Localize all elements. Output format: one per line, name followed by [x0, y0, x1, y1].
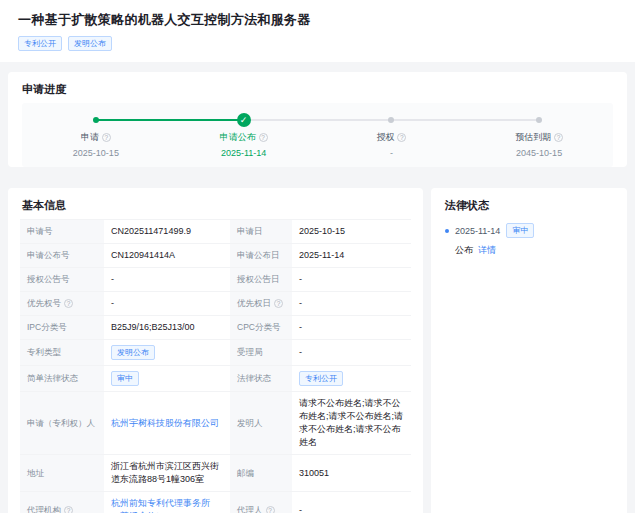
table-row: 代理机构?杭州前知专利代理事务所（普通合伙）代理人?- [20, 492, 411, 513]
help-icon[interactable]: ? [64, 299, 73, 308]
progress-timeline: 申请?2025-10-15✓申请公布?2025-11-14授权?-预估到期?20… [22, 113, 613, 158]
field-value: - [292, 340, 411, 366]
field-value: - [292, 268, 411, 292]
help-icon[interactable]: ? [274, 299, 283, 308]
progress-step-label-text: 申请 [81, 131, 99, 144]
basic-info-table: 申请号CN202511471499.9申请日2025-10-15申请公布号CN1… [20, 219, 411, 513]
legal-status-event: 公布 [455, 244, 473, 257]
field-label: 邮编 [230, 455, 292, 492]
help-icon[interactable]: ? [259, 133, 268, 142]
field-value: - [292, 316, 411, 340]
field-label-text: 申请日 [237, 225, 263, 238]
field-label-text: 法律状态 [237, 372, 271, 385]
field-label: 授权公告号 [20, 268, 104, 292]
step-dot-icon [388, 117, 394, 123]
field-value: CN120941414A [104, 244, 230, 268]
field-label-text: 简单法律状态 [27, 372, 78, 385]
progress-timeline-panel: 申请?2025-10-15✓申请公布?2025-11-14授权?-预估到期?20… [22, 103, 613, 167]
progress-step-label: 授权? [376, 131, 406, 144]
legal-status-date: 2025-11-14 [455, 226, 500, 236]
table-row: 地址浙江省杭州市滨江区西兴街道东流路88号1幢306室邮编310051 [20, 455, 411, 492]
field-value: - [292, 492, 411, 513]
progress-card: 申请进度 申请?2025-10-15✓申请公布?2025-11-14授权?-预估… [8, 72, 627, 167]
field-label: 地址 [20, 455, 104, 492]
field-label-text: 代理人 [237, 504, 263, 513]
progress-step-label-text: 预估到期 [515, 131, 551, 144]
field-value: 2025-10-15 [292, 220, 411, 244]
progress-step: ✓申请公布?2025-11-14 [170, 113, 318, 158]
field-label: 法律状态 [230, 366, 292, 392]
section-gap [0, 178, 635, 188]
field-label-text: 代理机构 [27, 504, 61, 513]
field-label: 优先权日? [230, 292, 292, 316]
field-value: 杭州宇树科技股份有限公司 [104, 392, 230, 455]
field-label: IPC分类号 [20, 316, 104, 340]
field-label: 简单法律状态 [20, 366, 104, 392]
field-label-text: 邮编 [237, 467, 254, 480]
table-row: 申请（专利权）人杭州宇树科技股份有限公司发明人请求不公布姓名;请求不公布姓名;请… [20, 392, 411, 455]
field-label-text: 优先权号 [27, 297, 61, 310]
field-label-text: IPC分类号 [27, 321, 67, 334]
patent-type-tag: 发明公布 [111, 345, 155, 360]
help-icon[interactable]: ? [397, 133, 406, 142]
table-row: 申请号CN202511471499.9申请日2025-10-15 [20, 220, 411, 244]
field-label-text: 专利类型 [27, 346, 61, 359]
field-label: 申请（专利权）人 [20, 392, 104, 455]
field-value: CN202511471499.9 [104, 220, 230, 244]
field-label: 优先权号? [20, 292, 104, 316]
legal-status-detail-link[interactable]: 详情 [478, 244, 496, 257]
simple-legal-status-tag: 审中 [111, 371, 139, 386]
legal-status-item-tag: 审中 [506, 223, 534, 238]
field-value: 请求不公布姓名;请求不公布姓名;请求不公布姓名;请求不公布姓名;请求不公布姓名 [292, 392, 411, 455]
field-label: 发明人 [230, 392, 292, 455]
table-row: IPC分类号B25J9/16;B25J13/00CPC分类号- [20, 316, 411, 340]
section-gap [0, 62, 635, 72]
bullet-dot-icon [445, 229, 449, 233]
field-label: 代理人? [230, 492, 292, 513]
legal-status-line1: 2025-11-14 审中 [445, 223, 613, 238]
progress-step: 申请?2025-10-15 [22, 113, 170, 158]
field-label-text: 申请公布号 [27, 249, 70, 262]
legal-status-heading: 法律状态 [431, 188, 627, 219]
field-label-text: 授权公告号 [27, 273, 70, 286]
help-icon[interactable]: ? [102, 133, 111, 142]
progress-step-label-text: 申请公布 [220, 131, 256, 144]
patent-tag: 发明公布 [68, 36, 112, 51]
agency-link[interactable]: 杭州前知专利代理事务所（普通合伙） [111, 497, 223, 513]
field-value: - [292, 292, 411, 316]
page-title: 一种基于扩散策略的机器人交互控制方法和服务器 [18, 11, 617, 29]
field-label: 受理局 [230, 340, 292, 366]
field-label-text: CPC分类号 [237, 321, 280, 334]
field-label: CPC分类号 [230, 316, 292, 340]
progress-step: 授权?- [318, 113, 466, 158]
main-section: 基本信息 申请号CN202511471499.9申请日2025-10-15申请公… [8, 188, 627, 513]
help-icon[interactable]: ? [266, 506, 275, 513]
field-value: 2025-11-14 [292, 244, 411, 268]
field-value: B25J9/16;B25J13/00 [104, 316, 230, 340]
step-dot-icon [93, 117, 99, 123]
field-value: 审中 [104, 366, 230, 392]
applicant-link[interactable]: 杭州宇树科技股份有限公司 [111, 417, 219, 430]
field-label-text: 地址 [27, 467, 44, 480]
table-row: 申请公布号CN120941414A申请公布日2025-11-14 [20, 244, 411, 268]
field-value: 杭州前知专利代理事务所（普通合伙） [104, 492, 230, 513]
progress-step-date: 2025-11-14 [221, 148, 266, 158]
table-row: 简单法律状态审中法律状态专利公开 [20, 366, 411, 392]
progress-step-label: 预估到期? [515, 131, 563, 144]
progress-step-label-text: 授权 [376, 131, 394, 144]
progress-step-label: 申请公布? [220, 131, 268, 144]
progress-step-date: 2045-10-15 [516, 148, 562, 158]
help-icon[interactable]: ? [554, 133, 563, 142]
field-value: 发明公布 [104, 340, 230, 366]
title-tag-row: 专利公开发明公布 [18, 36, 617, 51]
help-icon[interactable]: ? [64, 506, 73, 513]
field-label-text: 发明人 [237, 417, 263, 430]
field-label: 专利类型 [20, 340, 104, 366]
field-value: 310051 [292, 455, 411, 492]
patent-tag: 专利公开 [18, 36, 62, 51]
field-label: 申请公布日 [230, 244, 292, 268]
page-header: 一种基于扩散策略的机器人交互控制方法和服务器 专利公开发明公布 [0, 0, 635, 62]
table-row: 授权公告号-授权公告日- [20, 268, 411, 292]
basic-info-heading: 基本信息 [8, 188, 423, 219]
progress-heading: 申请进度 [8, 72, 627, 103]
